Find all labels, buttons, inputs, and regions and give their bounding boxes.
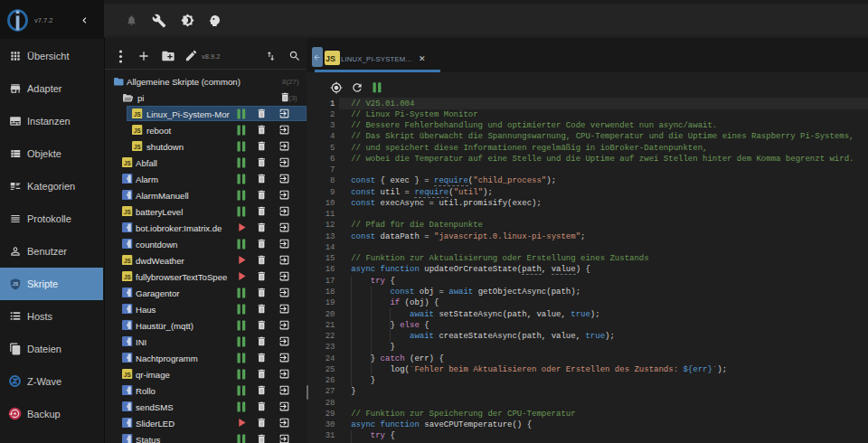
svg-text:JS: JS (13, 281, 19, 287)
